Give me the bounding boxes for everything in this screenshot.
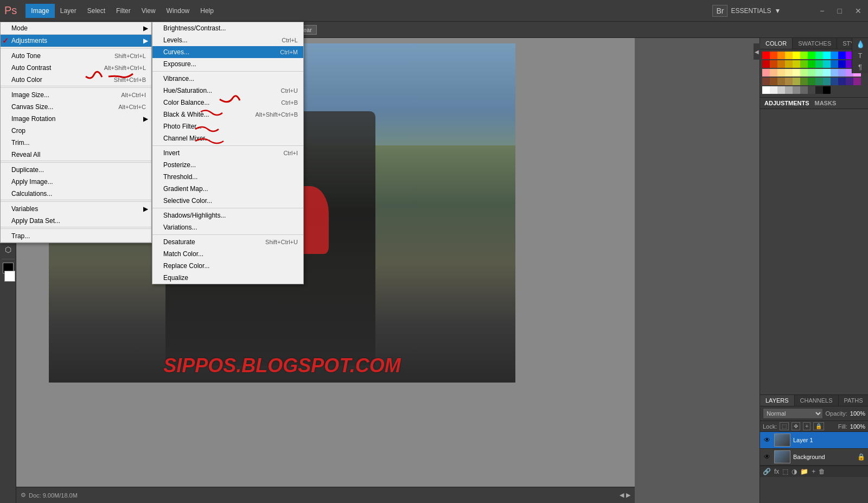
menu-item-apply-image[interactable]: Apply Image... — [1, 176, 151, 188]
adj-equalize[interactable]: Equalize — [152, 272, 303, 284]
background-visibility-icon[interactable]: 👁 — [763, 453, 771, 461]
collapse-right-arrow[interactable]: ◀ — [754, 43, 760, 60]
adj-selective-color[interactable]: Selective Color... — [152, 195, 303, 207]
add-mask-icon[interactable]: ⬚ — [782, 468, 788, 475]
menu-item-duplicate[interactable]: Duplicate... — [1, 164, 151, 176]
adj-variations[interactable]: Variations... — [152, 221, 303, 233]
tab-paths[interactable]: PATHS — [839, 395, 869, 406]
menu-item-apply-data-set[interactable]: Apply Data Set... — [1, 215, 151, 227]
adj-shadows-highlights[interactable]: Shadows/Highlights... — [152, 209, 303, 221]
opacity-value[interactable]: 100% — [850, 410, 865, 417]
menu-item-image-rotation[interactable]: Image Rotation ▶ — [1, 113, 151, 125]
type-panel-icon[interactable]: T — [858, 52, 863, 60]
swatch-dark-yellow[interactable] — [785, 60, 793, 68]
swatch-cyan[interactable] — [823, 52, 831, 59]
swatch-lavender[interactable] — [838, 69, 846, 77]
menu-item-crop[interactable]: Crop — [1, 125, 151, 137]
adj-exposure[interactable]: Exposure... — [152, 58, 303, 70]
menu-item-reveal-all[interactable]: Reveal All — [1, 149, 151, 161]
tab-swatches[interactable]: SWATCHES — [793, 38, 837, 49]
swatch-light-orange[interactable] — [777, 69, 785, 77]
swatch-brown-red[interactable] — [762, 78, 770, 85]
layer-row-layer1[interactable]: 👁 Layer 1 — [760, 432, 868, 449]
swatch-medium-cyan[interactable] — [823, 60, 831, 68]
menu-item-auto-contrast[interactable]: Auto Contrast Alt+Shift+Ctrl+L — [1, 62, 151, 74]
menu-select[interactable]: Select — [82, 4, 111, 18]
swatch-dark-olive[interactable] — [793, 78, 800, 85]
swatch-medium-blue[interactable] — [831, 60, 838, 68]
swatch-very-dark-gray[interactable] — [808, 86, 815, 94]
menu-item-calculations[interactable]: Calculations... — [1, 188, 151, 200]
swatch-tan[interactable] — [777, 78, 785, 85]
swatch-dark-red[interactable] — [762, 60, 770, 68]
layer1-visibility-icon[interactable]: 👁 — [763, 436, 771, 444]
text-align-icon[interactable]: ¶ — [858, 63, 862, 71]
lock-position-icon[interactable]: ✥ — [792, 422, 800, 430]
menu-image[interactable]: Image — [25, 4, 54, 18]
swatch-plum[interactable] — [853, 78, 861, 85]
menu-item-trap[interactable]: Trap... — [1, 230, 151, 242]
adjustments-label[interactable]: ADJUSTMENTS — [764, 100, 809, 106]
add-style-icon[interactable]: fx — [774, 468, 779, 475]
swatch-pale-green[interactable] — [800, 69, 808, 77]
swatch-medium-dark-blue[interactable] — [838, 60, 846, 68]
3d-tool[interactable]: ⬡ — [3, 244, 13, 256]
adj-posterize[interactable]: Posterize... — [152, 159, 303, 171]
delete-layer-icon[interactable]: 🗑 — [819, 468, 825, 475]
menu-item-canvas-size[interactable]: Canvas Size... Alt+Ctrl+C — [1, 101, 151, 113]
swatch-medium-light-gray[interactable] — [785, 86, 793, 94]
minimize-button[interactable]: − — [813, 2, 831, 20]
swatch-forest-green[interactable] — [800, 78, 808, 85]
menu-item-auto-tone[interactable]: Auto Tone Shift+Ctrl+L — [1, 50, 151, 62]
fill-value[interactable]: 100% — [850, 423, 865, 430]
swatch-light-blue[interactable] — [831, 69, 838, 77]
swatch-pale-cyan[interactable] — [823, 69, 831, 77]
workspace-dropdown[interactable]: ▼ — [774, 7, 781, 15]
swatch-white[interactable] — [762, 86, 770, 94]
adj-hue-saturation[interactable]: Hue/Saturation... Ctrl+U — [152, 85, 303, 97]
layer-row-background[interactable]: 👁 Background 🔒 — [760, 449, 868, 466]
menu-layer[interactable]: Layer — [55, 4, 82, 18]
menu-view[interactable]: View — [136, 4, 161, 18]
swatch-orange[interactable] — [777, 52, 785, 59]
background-color[interactable] — [4, 271, 15, 282]
lock-pixels-icon[interactable]: ⬚ — [780, 422, 789, 430]
add-group-icon[interactable]: 📁 — [800, 468, 808, 475]
swatch-medium-green[interactable] — [808, 60, 815, 68]
swatch-dark-navy[interactable] — [838, 78, 846, 85]
swatch-light-red[interactable] — [762, 69, 770, 77]
swatch-gold[interactable] — [785, 78, 793, 85]
swatch-deep-blue[interactable] — [838, 52, 846, 59]
restore-button[interactable]: □ — [831, 2, 848, 20]
adj-gradient-map[interactable]: Gradient Map... — [152, 183, 303, 195]
adj-photo-filter[interactable]: Photo Filter... — [152, 120, 303, 132]
masks-label[interactable]: MASKS — [815, 100, 837, 106]
adj-match-color[interactable]: Match Color... — [152, 248, 303, 260]
adj-vibrance[interactable]: Vibrance... — [152, 73, 303, 85]
swatch-dark-orange[interactable] — [777, 60, 785, 68]
adj-black-white[interactable]: Black & White... Alt+Shift+Ctrl+B — [152, 109, 303, 120]
swatch-dark-orange-red[interactable] — [770, 60, 777, 68]
swatch-light-yellow[interactable] — [785, 69, 793, 77]
menu-window[interactable]: Window — [161, 4, 195, 18]
lock-icon-all[interactable]: 🔒 — [813, 422, 824, 430]
swatch-yellow-green[interactable] — [800, 52, 808, 59]
swatch-dark-purple[interactable] — [846, 78, 853, 85]
swatch-olive-green[interactable] — [800, 60, 808, 68]
eyedropper-panel-icon[interactable]: 💧 — [856, 40, 865, 48]
swatch-peach[interactable] — [770, 69, 777, 77]
swatch-dark-cyan[interactable] — [823, 78, 831, 85]
tab-layers[interactable]: LAYERS — [760, 395, 795, 406]
menu-item-image-size[interactable]: Image Size... Alt+Ctrl+I — [1, 89, 151, 101]
bridge-icon[interactable]: Br — [712, 5, 727, 17]
add-layer-icon[interactable]: + — [812, 468, 815, 475]
scroll-right[interactable]: ▶ — [626, 492, 630, 499]
swatch-pale-yellow[interactable] — [793, 69, 800, 77]
adj-replace-color[interactable]: Replace Color... — [152, 260, 303, 272]
swatch-mint[interactable] — [815, 69, 823, 77]
scroll-left[interactable]: ◀ — [620, 492, 624, 499]
add-adjustment-icon[interactable]: ◑ — [792, 468, 797, 475]
swatch-red-orange[interactable] — [770, 52, 777, 59]
swatch-yellow[interactable] — [785, 52, 793, 59]
adj-threshold[interactable]: Threshold... — [152, 171, 303, 183]
